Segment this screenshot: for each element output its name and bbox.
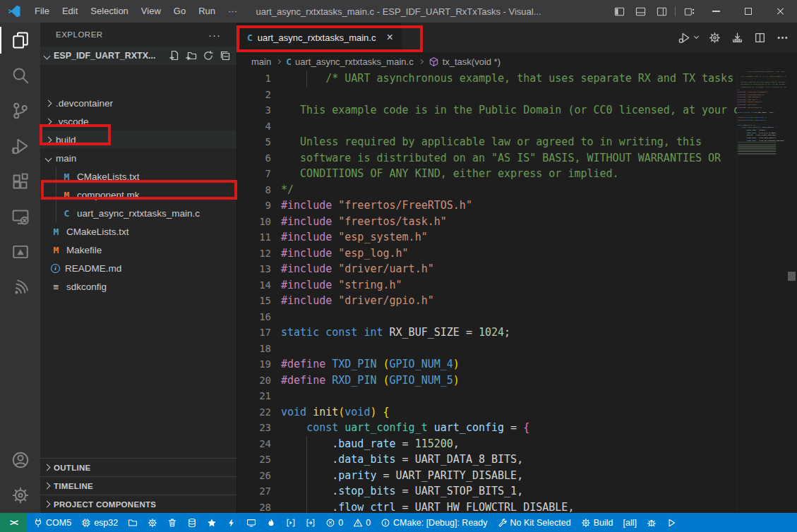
activity-settings-gear[interactable] (0, 478, 40, 513)
status-box-play[interactable] (282, 518, 299, 528)
layout-panel-icon[interactable] (630, 0, 651, 23)
menu-go[interactable]: Go (167, 0, 192, 23)
status-monitor[interactable] (243, 518, 260, 528)
chevron-down-icon (45, 155, 52, 162)
line-number: 14 (237, 279, 271, 291)
scrollbar-thumb[interactable] (788, 272, 796, 281)
status-tools[interactable]: No Kit Selected (494, 518, 575, 528)
menu-[interactable]: ··· (222, 0, 244, 23)
section-timeline[interactable]: TIMELINE (40, 476, 236, 495)
refresh-icon[interactable] (203, 50, 214, 61)
status-warning[interactable]: 0 (349, 518, 374, 528)
activity-remote-explorer[interactable] (0, 199, 40, 234)
activity-run-debug[interactable] (0, 128, 40, 164)
new-folder-icon[interactable] (186, 50, 197, 61)
line-number: 23 (237, 422, 271, 433)
status--all-[interactable]: [all] (619, 518, 640, 528)
line-number: 15 (237, 295, 271, 306)
breadcrumb-label: uart_async_rxtxtasks_main.c (295, 56, 414, 67)
explorer-more-actions[interactable]: ··· (208, 29, 221, 41)
run-or-debug-icon[interactable] (678, 32, 690, 44)
monitor-icon (246, 518, 256, 528)
status-bolt[interactable] (223, 518, 240, 528)
minimize-button[interactable] (700, 0, 732, 23)
remote-explorer-icon (11, 207, 30, 226)
workspace-section-header[interactable]: ESP_IDF_UART_RXTX... (40, 47, 236, 65)
remote-indicator[interactable]: >< (0, 513, 27, 532)
activity-account[interactable] (0, 442, 40, 478)
file-component-mk[interactable]: Mcomponent.mk (40, 186, 236, 204)
folder-build[interactable]: build (40, 131, 236, 149)
status-chip[interactable]: esp32 (78, 518, 121, 528)
section-label: PROJECT COMPONENTS (54, 500, 156, 509)
explorer-actions (169, 50, 231, 61)
breadcrumb-item[interactable]: Cuart_async_rxtxtasks_main.c (286, 56, 413, 67)
tree-item-label: CMakeLists.txt (66, 226, 129, 237)
section-label: TIMELINE (54, 482, 93, 490)
gear-icon[interactable] (709, 32, 721, 44)
file-cmakelists-txt[interactable]: MCMakeLists.txt (40, 222, 236, 241)
code-editor[interactable]: 1 /* UART asynchronous example, that use… (237, 71, 797, 513)
line-number: 26 (237, 470, 271, 481)
status-info[interactable]: CMake: [Debug]: Ready (377, 518, 491, 528)
layout-sidebar-left-icon[interactable] (609, 0, 630, 23)
status-error[interactable]: 0 (322, 518, 347, 528)
scrollbar-track[interactable] (786, 71, 797, 513)
file-readme-md[interactable]: iREADME.md (40, 259, 236, 277)
file-cmakelists-txt[interactable]: MCMakeLists.txt (40, 167, 236, 186)
status-plug[interactable]: COM5 (30, 518, 75, 528)
menu-edit[interactable]: Edit (56, 0, 84, 23)
activity-search[interactable] (0, 58, 40, 93)
section-outline[interactable]: OUTLINE (40, 458, 236, 476)
close-button[interactable] (765, 0, 797, 23)
layout-sidebar-right-icon[interactable] (651, 0, 672, 23)
minimap[interactable]: /* UART asynchronous example, that uses … (737, 71, 786, 513)
search-icon (11, 66, 30, 85)
new-file-icon[interactable] (169, 50, 180, 61)
folder--devcontainer[interactable]: .devcontainer (40, 94, 236, 112)
file-sdkconfig[interactable]: ≡sdkconfig (40, 277, 236, 296)
more-icon[interactable] (777, 32, 789, 44)
status-bug[interactable] (643, 518, 660, 528)
status-flame[interactable] (263, 518, 280, 528)
status-star[interactable] (203, 518, 220, 528)
file-uart-async-rxtxtasks-main-c[interactable]: Cuart_async_rxtxtasks_main.c (40, 204, 236, 222)
status-folder[interactable] (124, 518, 141, 528)
menu-file[interactable]: File (28, 0, 56, 23)
breadcrumb-item[interactable]: tx_task(void *) (429, 56, 501, 67)
maximize-button[interactable] (732, 0, 765, 23)
code-line-11: 11#include "esp_system.h" (237, 229, 797, 246)
line-number: 5 (237, 136, 271, 147)
layout-customize-icon[interactable] (678, 0, 700, 23)
breadcrumb-item[interactable]: main (251, 56, 271, 67)
status-database[interactable] (184, 518, 200, 528)
tab-uart-file[interactable]: C uart_async_rxtxtasks_main.c × (237, 23, 402, 52)
status-play[interactable] (663, 518, 680, 528)
status-gear[interactable] (144, 518, 161, 528)
explorer-sidebar: EXPLORER ··· ESP_IDF_UART_RXTX... .devco… (40, 23, 237, 513)
activity-extensions[interactable] (0, 164, 40, 199)
status-gear[interactable]: Build (577, 518, 617, 528)
activity-espressif[interactable] (0, 270, 40, 305)
line-number: 7 (237, 168, 271, 179)
collapse-all-icon[interactable] (220, 50, 231, 61)
flash-download-icon[interactable] (731, 32, 743, 44)
activity-sdk-config[interactable] (0, 234, 40, 270)
file-makefile[interactable]: MMakefile (40, 241, 236, 259)
code-line-12: 12#include "esp_log.h" (237, 246, 797, 262)
close-tab-icon[interactable]: × (386, 31, 392, 44)
menu-selection[interactable]: Selection (84, 0, 134, 23)
status-trash[interactable] (164, 518, 181, 528)
menu-view[interactable]: View (135, 0, 167, 23)
activity-files[interactable] (0, 23, 40, 58)
folder-main[interactable]: main (40, 149, 236, 167)
section-project-components[interactable]: PROJECT COMPONENTS (40, 495, 236, 513)
tree-item-label: Makefile (66, 245, 102, 255)
activity-source-control[interactable] (0, 93, 40, 128)
split-editor-icon[interactable] (754, 32, 766, 44)
m-orange-icon: M (51, 245, 61, 255)
folder--vscode[interactable]: .vscode (40, 112, 236, 131)
status-box-arrow[interactable] (302, 518, 319, 528)
chevron-down-icon[interactable] (694, 34, 699, 39)
menu-run[interactable]: Run (192, 0, 222, 23)
